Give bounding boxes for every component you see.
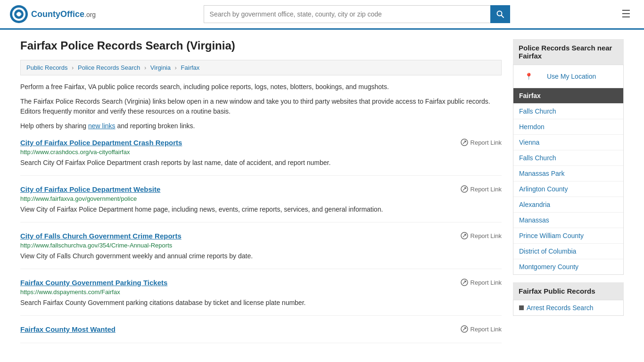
sidebar-item-arrest-records[interactable]: Arrest Records Search [513, 300, 623, 315]
header-right: ☰ [618, 6, 635, 22]
result-url: http://www.crashdocs.org/va-cityoffairfa… [20, 148, 502, 156]
sidebar-item-herndon[interactable]: Herndon [513, 119, 623, 135]
result-url: http://www.fallschurchva.gov/354/Crime-A… [20, 242, 502, 249]
sidebar-item-manassas[interactable]: Manassas [513, 213, 623, 228]
sidebar-public-records-title: Fairfax Public Records [513, 282, 624, 300]
result-url: https://www.dspayments.com/Fairfax [20, 288, 502, 296]
result-item: Fairfax County Government Parking Ticket… [20, 279, 502, 316]
svg-line-11 [463, 188, 466, 190]
report-icon [461, 279, 468, 286]
result-header: City of Falls Church Government Crime Re… [20, 232, 502, 240]
breadcrumb-fairfax[interactable]: Fairfax [181, 64, 200, 71]
breadcrumb: Public Records › Police Records Search ›… [20, 60, 502, 75]
location-pin-icon: 📍 [519, 69, 538, 84]
result-header: City of Fairfax Police Department Crash … [20, 139, 502, 147]
report-link-btn[interactable]: Report Link [461, 279, 502, 286]
description-2: The Fairfax Police Records Search (Virgi… [20, 97, 502, 116]
breadcrumb-virginia[interactable]: Virginia [150, 64, 171, 71]
results-list: City of Fairfax Police Department Crash … [20, 139, 502, 343]
sidebar-item-falls-church-2[interactable]: Falls Church [513, 150, 623, 166]
result-item: Fairfax County Most Wanted Report Link [20, 325, 502, 343]
content-area: Fairfax Police Records Search (Virginia)… [20, 39, 502, 353]
sidebar-item-fairfax-active[interactable]: Fairfax [513, 88, 623, 104]
menu-button[interactable]: ☰ [618, 6, 635, 22]
result-item: City of Falls Church Government Crime Re… [20, 232, 502, 269]
svg-point-3 [17, 12, 21, 16]
report-icon [461, 232, 468, 239]
breadcrumb-sep-1: › [72, 64, 74, 71]
report-link-btn[interactable]: Report Link [461, 139, 502, 146]
sidebar-item-prince-william[interactable]: Prince William County [513, 228, 623, 244]
sidebar-item-manassas-park[interactable]: Manassas Park [513, 166, 623, 181]
result-desc: View City of Fairfax Police Department h… [20, 205, 502, 214]
result-desc: View City of Falls Church government wee… [20, 251, 502, 261]
logo-icon [9, 5, 28, 24]
breadcrumb-sep-2: › [144, 64, 146, 71]
result-desc: Search City Of Fairfax Police Department… [20, 158, 502, 168]
share-text-after: and reporting broken links. [116, 122, 195, 130]
result-header: Fairfax County Most Wanted Report Link [20, 325, 502, 333]
report-link-btn[interactable]: Report Link [461, 232, 502, 239]
page-title: Fairfax Police Records Search (Virginia) [20, 39, 502, 52]
report-link-btn[interactable]: Report Link [461, 185, 502, 193]
logo-text: CountyOffice.org [31, 9, 96, 19]
new-links-link[interactable]: new links [88, 122, 116, 130]
result-url: http://www.fairfaxva.gov/government/poli… [20, 195, 502, 202]
site-header: CountyOffice.org ☰ [0, 0, 644, 30]
result-header: Fairfax County Government Parking Ticket… [20, 279, 502, 287]
search-icon [496, 10, 504, 18]
search-button[interactable] [490, 5, 510, 23]
sidebar: Police Records Search near Fairfax 📍 Use… [513, 39, 624, 353]
svg-line-15 [463, 234, 466, 237]
result-title[interactable]: City of Fairfax Police Department Crash … [20, 139, 182, 147]
sidebar-nearby-title: Police Records Search near Fairfax [513, 39, 624, 65]
svg-line-19 [463, 281, 466, 284]
sidebar-location-use-my-location[interactable]: 📍 Use My Location [513, 65, 623, 88]
list-bullet-icon [519, 305, 524, 310]
use-my-location-link[interactable]: 📍 Use My Location [513, 65, 623, 88]
result-title[interactable]: Fairfax County Government Parking Ticket… [20, 279, 167, 287]
report-icon [461, 185, 468, 193]
sidebar-item-district-of-columbia[interactable]: District of Columbia [513, 244, 623, 259]
search-area [204, 5, 510, 23]
main-container: Fairfax Police Records Search (Virginia)… [11, 30, 633, 362]
sidebar-locations-list: 📍 Use My Location Fairfax Falls Church H… [513, 65, 624, 275]
svg-line-7 [463, 141, 466, 144]
svg-line-5 [501, 16, 504, 18]
sidebar-item-falls-church-1[interactable]: Falls Church [513, 104, 623, 119]
sidebar-item-alexandria[interactable]: Alexandria [513, 197, 623, 213]
search-input[interactable] [204, 5, 490, 23]
result-title[interactable]: City of Fairfax Police Department Websit… [20, 185, 160, 193]
result-item: City of Fairfax Police Department Crash … [20, 139, 502, 176]
share-text-before: Help others by sharing [20, 122, 88, 130]
result-desc: Search Fairfax County Government parking… [20, 298, 502, 308]
result-header: City of Fairfax Police Department Websit… [20, 185, 502, 193]
sidebar-item-montgomery-county[interactable]: Montgomery County [513, 259, 623, 274]
breadcrumb-public-records[interactable]: Public Records [26, 64, 67, 71]
svg-line-23 [463, 328, 466, 330]
logo-area: CountyOffice.org [9, 5, 96, 24]
report-icon [461, 139, 468, 146]
breadcrumb-police-records[interactable]: Police Records Search [78, 64, 140, 71]
result-title[interactable]: Fairfax County Most Wanted [20, 325, 116, 333]
result-item: City of Fairfax Police Department Websit… [20, 185, 502, 222]
report-icon [461, 325, 468, 333]
breadcrumb-sep-3: › [175, 64, 177, 71]
sidebar-item-arlington-county[interactable]: Arlington County [513, 181, 623, 197]
share-text: Help others by sharing new links and rep… [20, 121, 502, 131]
report-link-btn[interactable]: Report Link [461, 325, 502, 333]
result-title[interactable]: City of Falls Church Government Crime Re… [20, 232, 182, 240]
sidebar-public-records-list: Arrest Records Search [513, 300, 624, 316]
sidebar-item-vienna[interactable]: Vienna [513, 135, 623, 150]
description-1: Perform a free Fairfax, VA public police… [20, 82, 502, 92]
